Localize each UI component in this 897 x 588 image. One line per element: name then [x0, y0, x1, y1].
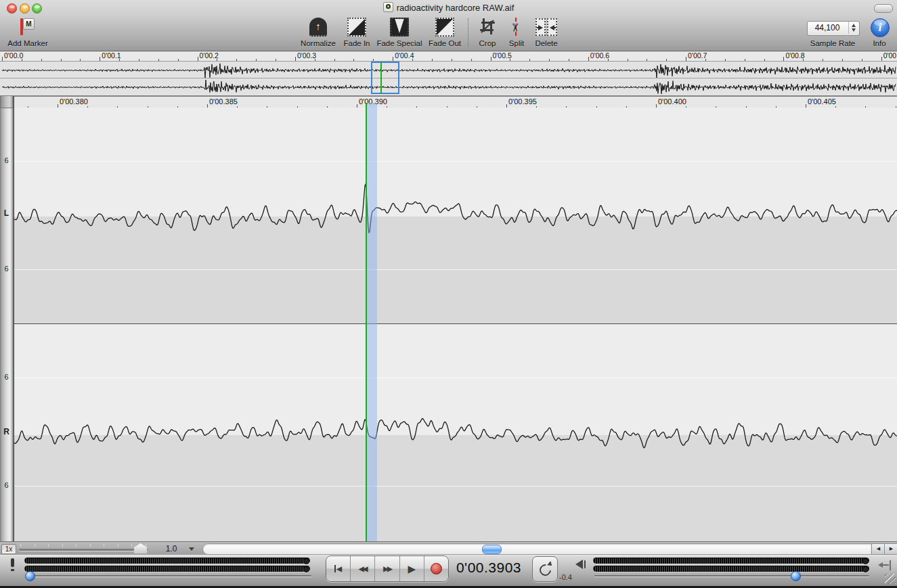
fast-forward-button[interactable]: ▶▶ [375, 556, 399, 581]
ruler-label: 0'00.9 [883, 51, 897, 60]
title-bar[interactable]: radioactivity hardcore RAW.aif [0, 2, 897, 14]
output-volume-thumb[interactable] [791, 571, 801, 581]
ruler-tick [198, 57, 198, 61]
zoom-slider-tick [131, 544, 132, 547]
info-button[interactable]: i [871, 18, 890, 37]
fade-special-button[interactable]: Fade Special [376, 18, 422, 49]
waveform-canvas[interactable] [14, 108, 897, 541]
audio-editor-window: radioactivity hardcore RAW.aif M Add Mar… [0, 0, 897, 588]
crop-button[interactable]: Crop [474, 18, 501, 49]
ruler-minor-tick [119, 59, 120, 61]
horizontal-scrollbar-track[interactable] [202, 543, 872, 555]
ruler-minor-tick [139, 59, 139, 61]
output-meter-left [593, 558, 869, 564]
ruler-label: 0'00.4 [395, 51, 414, 60]
fade-special-icon [390, 18, 409, 37]
add-marker-button[interactable]: M Add Marker [4, 18, 51, 49]
sample-rate-select[interactable]: 44,100 [807, 21, 860, 36]
zoom-slider-tick [104, 544, 104, 547]
zoom-slider-track[interactable] [19, 549, 148, 551]
input-volume-thumb[interactable] [25, 571, 35, 581]
add-marker-label: Add Marker [7, 39, 47, 47]
scroll-left-button[interactable]: ◀ [871, 543, 885, 555]
ruler-minor-tick [745, 59, 745, 61]
toolbar-toggle-button[interactable] [874, 4, 893, 13]
input-meter-right [24, 566, 310, 572]
ruler-tick [881, 57, 882, 61]
overview-waveform-canvas [0, 62, 897, 95]
overview-waveform[interactable] [0, 62, 897, 96]
ruler-minor-tick [353, 59, 354, 61]
ruler-minor-tick [276, 59, 276, 61]
transport-bar: ◀ ◀◀ ▶▶ ▶ 0'00.3903 -0.4 [0, 555, 897, 586]
ruler-tick [100, 57, 100, 61]
window-chrome: radioactivity hardcore RAW.aif M Add Mar… [0, 0, 897, 51]
output-volume-track[interactable] [594, 575, 869, 576]
ruler-minor-tick [803, 59, 804, 61]
crop-label: Crop [479, 39, 496, 47]
loop-button[interactable] [532, 556, 558, 582]
ruler-tick [783, 57, 784, 61]
ruler-minor-tick [256, 59, 257, 61]
ruler-label: 0'00.2 [200, 51, 219, 60]
scale-mark: 6 [0, 373, 13, 381]
ruler-minor-tick [823, 59, 823, 61]
ruler-minor-tick [178, 59, 179, 61]
right-channel-label: R [0, 427, 13, 436]
output-meter-right [593, 566, 869, 572]
output-clip-led [862, 566, 869, 572]
scroll-right-button[interactable]: ▶ [884, 543, 897, 555]
go-to-start-button[interactable]: ◀ [326, 556, 351, 581]
zoom-slider-tick [76, 544, 76, 547]
ruler-minor-tick [315, 59, 315, 61]
ruler-minor-tick [549, 59, 550, 61]
rewind-button[interactable]: ◀◀ [351, 556, 375, 581]
fade-out-button[interactable]: Fade Out [426, 18, 463, 49]
horizontal-scrollbar-thumb[interactable] [482, 545, 502, 554]
fade-in-button[interactable]: Fade In [341, 18, 373, 49]
output-clip-led [862, 558, 869, 564]
selection-band[interactable] [366, 103, 377, 541]
zoom-slider-tick [90, 544, 91, 547]
output-gain-value: -0.4 [559, 573, 586, 581]
overview-playhead [380, 62, 382, 93]
split-scissors-icon: ✂ [508, 18, 525, 37]
record-icon [431, 563, 442, 574]
delete-button[interactable]: Delete [532, 18, 561, 49]
ruler-minor-tick [217, 59, 217, 61]
ruler-tick [393, 57, 393, 61]
normalize-icon: ↑ [309, 18, 327, 37]
gutter-corner [0, 96, 14, 108]
delete-label: Delete [535, 39, 557, 47]
document-icon [383, 2, 393, 12]
stepper-icon[interactable] [848, 22, 859, 34]
speed-dropdown-icon[interactable] [189, 547, 194, 551]
overview-view-rectangle[interactable] [371, 62, 399, 94]
transport-buttons: ◀ ◀◀ ▶▶ ▶ [326, 556, 449, 582]
ruler-minor-tick [471, 59, 472, 61]
ruler-minor-tick [61, 59, 62, 61]
resize-grip[interactable] [885, 574, 896, 584]
ruler-label: 0'00.395 [508, 97, 537, 106]
marker-flag-icon: M [20, 18, 35, 36]
ruler-label: 0'00.8 [785, 51, 804, 60]
zoom-slider-tick [62, 544, 63, 547]
zoom-slider-tick [35, 544, 35, 547]
fade-in-label: Fade In [344, 39, 370, 47]
fade-special-label: Fade Special [376, 39, 422, 47]
ruler-minor-tick [628, 59, 628, 61]
window-title: radioactivity hardcore RAW.aif [397, 3, 515, 13]
normalize-button[interactable]: ↑ Normalize [298, 18, 338, 49]
sample-rate-label: Sample Rate [799, 39, 867, 47]
zoom-slider-tick [48, 544, 49, 547]
input-volume-track[interactable] [26, 575, 311, 576]
record-button[interactable] [424, 556, 448, 581]
info-label: Info [862, 39, 896, 47]
overview-time-ruler[interactable]: 0'00.00'00.10'00.20'00.30'00.40'00.50'00… [0, 51, 897, 62]
play-button[interactable]: ▶ [400, 556, 424, 581]
ruler-tick [295, 57, 296, 61]
input-clip-led [303, 558, 309, 564]
zoom-slider-tick [118, 544, 118, 547]
input-meter-left [24, 558, 310, 564]
split-button[interactable]: ✂ Split [504, 18, 529, 49]
